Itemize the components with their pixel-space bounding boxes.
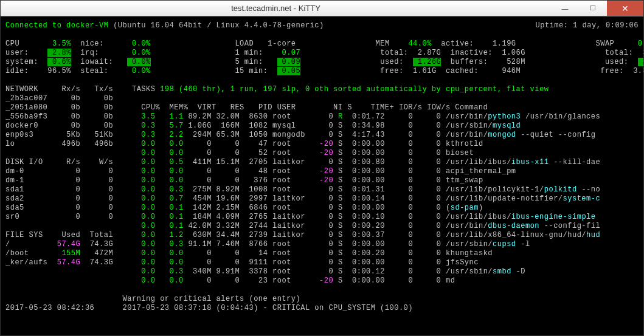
stats-row-3: system: 0.6% iowait: 0.0% 5 min: 0.09 us… (5, 58, 639, 67)
terminal-area[interactable]: Connected to docker-VM (Ubuntu 16.04 64b… (1, 16, 643, 335)
process-row[interactable]: 0.0 0.0 0 0 52 root -20 S 0:00.00 0 0 bi… (5, 149, 639, 158)
net-tasks-row: NETWORK Rx/s Tx/s TASKS 198 (460 thr), 1… (5, 85, 639, 94)
process-row[interactable]: DISK I/O R/s W/s 0.0 0.5 411M 15.1M 2705… (5, 158, 639, 167)
process-row[interactable]: sr0 0 0 0.0 0.1 184M 4.09M 2765 laitkor … (5, 213, 639, 222)
process-row[interactable]: enp0s3 5Kb 51Kb 0.3 2.2 294M 65.3M 1050 … (5, 131, 639, 140)
process-row[interactable]: /boot 155M 472M 0.0 0.0 0 0 14 root 0 S … (5, 249, 639, 258)
process-row[interactable]: 0.0 0.3 340M 9.91M 3378 root 0 S 0:00.12… (5, 267, 639, 276)
process-row[interactable]: 0.0 0.1 42.0M 3.32M 2744 laitkor 0 S 0:0… (5, 222, 639, 231)
process-row[interactable]: sda2 0 0 0.0 0.7 454M 19.6M 2997 laitkor… (5, 194, 639, 204)
process-row[interactable]: docker0 0b 0b 0.3 5.7 1.06G 166M 1082 my… (5, 122, 639, 131)
titlebar[interactable]: test.tecadmin.net - KiTTY — ☐ ✕ (1, 1, 643, 16)
process-row[interactable]: 0.0 0.0 0 0 23 root -20 S 0:00.00 0 0 md (5, 276, 639, 286)
process-row[interactable]: dm-0 0 0 0.0 0.0 0 0 48 root -20 S 0:00.… (5, 167, 639, 176)
maximize-button[interactable]: ☐ (579, 1, 607, 16)
process-row[interactable]: dm-1 0 0 0.0 0.0 0 0 376 root -20 S 0:00… (5, 176, 639, 185)
process-row[interactable]: sda5 0 0 0.0 0.1 142M 2.15M 6846 root 0 … (5, 204, 639, 213)
process-row[interactable]: lo 496b 496b 0.0 0.0 0 0 47 root -20 S 0… (5, 140, 639, 149)
connection-header: Connected to docker-VM (Ubuntu 16.04 64b… (5, 21, 639, 30)
stats-row-1: CPU 3.5% nice: 0.0% LOAD 1-core MEM 44.0… (5, 39, 639, 49)
process-list: _556ba9f3 0b 0b 3.5 1.1 89.2M 32.0M 8630… (5, 112, 639, 286)
minimize-button[interactable]: — (551, 1, 579, 16)
window-controls: — ☐ ✕ (551, 1, 643, 16)
kitty-window: test.tecadmin.net - KiTTY — ☐ ✕ Connecte… (0, 0, 644, 336)
process-row[interactable]: _556ba9f3 0b 0b 3.5 1.1 89.2M 32.0M 8630… (5, 112, 639, 122)
alerts-header: Warning or critical alerts (one entry) (5, 295, 639, 304)
process-row[interactable]: / 57.4G 74.3G 0.0 0.3 91.1M 7.46M 8766 r… (5, 240, 639, 249)
process-row[interactable]: FILE SYS Used Total 0.0 1.2 630M 34.4M 2… (5, 231, 639, 240)
process-row[interactable]: _ker/aufs 57.4G 74.3G 0.0 0.0 0 0 9111 r… (5, 258, 639, 267)
footer-row: 2017-05-23 08:42:36 2017-05-23 08:37:18 … (5, 304, 639, 313)
process-row[interactable]: sda1 0 0 0.0 0.3 275M 8.92M 1008 root 0 … (5, 185, 639, 194)
net-r1-proc-header: _2051a080 0b 0b CPU% MEM% VIRT RES PID U… (5, 103, 639, 112)
stats-row-2: user: 2.8% irq: 0.0% 1 min: 0.07 total: … (5, 49, 639, 58)
window-title: test.tecadmin.net - KiTTY (1, 4, 551, 13)
net-r0: _2b3ac007 0b 0b (5, 94, 639, 103)
stats-row-4: idle: 96.5% steal: 0.0% 15 min: 0.05 fre… (5, 67, 639, 76)
close-button[interactable]: ✕ (607, 1, 643, 16)
